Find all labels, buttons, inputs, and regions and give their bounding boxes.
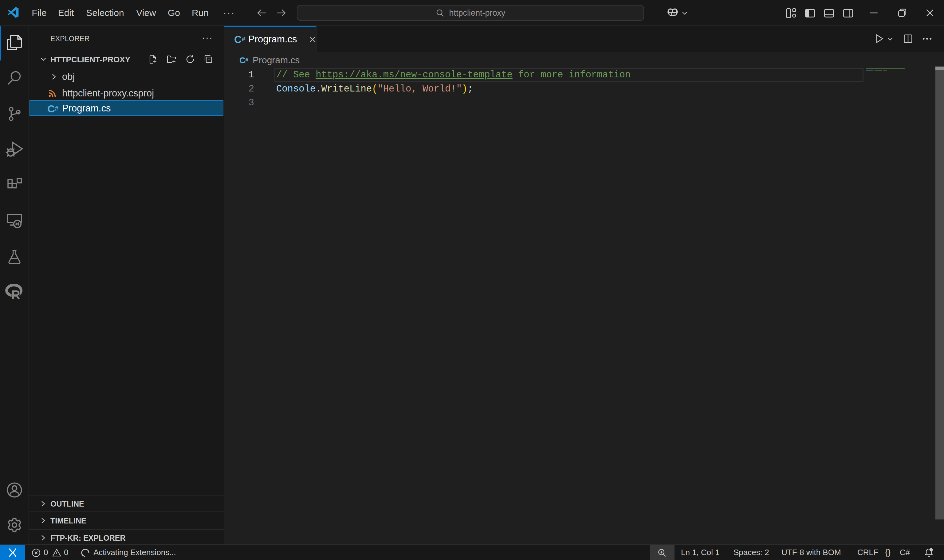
svg-text:R: R [11, 288, 20, 300]
